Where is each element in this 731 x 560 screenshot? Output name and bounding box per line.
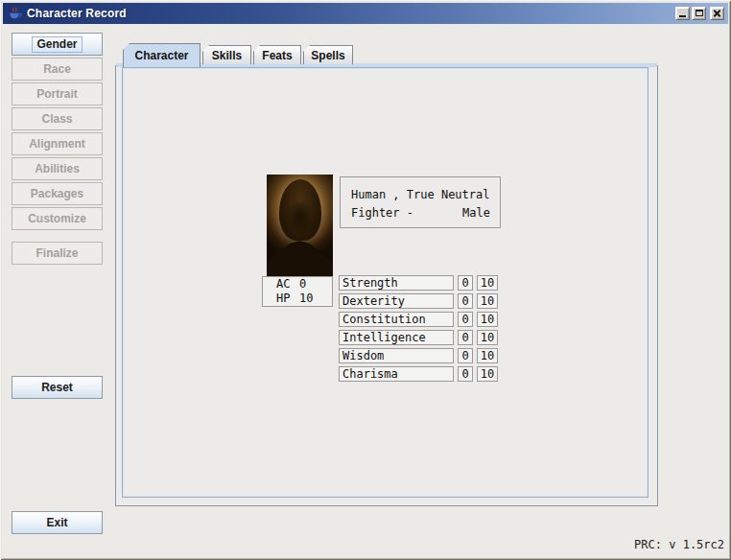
exit-button[interactable]: Exit xyxy=(12,511,103,534)
summary-class: Fighter - xyxy=(351,204,413,222)
minimize-icon xyxy=(679,15,686,17)
sidebar-button-abilities[interactable]: Abilities xyxy=(12,157,103,180)
ability-score-box: 10 xyxy=(477,293,498,309)
ability-name-box: Strength xyxy=(339,275,454,291)
ability-name-box: Charisma xyxy=(339,366,454,382)
sidebar-button-packages[interactable]: Packages xyxy=(12,182,103,205)
maximize-button[interactable] xyxy=(692,7,706,20)
ability-row-strength: Strength 0 10 xyxy=(339,275,498,291)
character-portrait xyxy=(267,175,333,276)
ability-mod-box: 0 xyxy=(458,312,473,327)
window-controls xyxy=(673,7,724,20)
titlebar[interactable]: Character Record xyxy=(3,3,728,24)
summary-race-alignment: Human , True Neutral xyxy=(351,186,490,204)
ability-mod-box: 0 xyxy=(458,348,473,363)
tab-bar: Character Skills Feats Spells xyxy=(123,43,353,67)
ability-name-box: Wisdom xyxy=(339,348,454,363)
java-cup-icon xyxy=(7,6,22,21)
app-window: Character Record Gender Race Portrait Cl… xyxy=(0,0,731,560)
version-label: PRC: v 1.5rc2 xyxy=(634,538,724,551)
hp-row: HP 10 xyxy=(276,292,332,306)
sidebar-button-portrait[interactable]: Portrait xyxy=(12,82,103,105)
hp-label: HP xyxy=(276,292,299,306)
close-button[interactable] xyxy=(710,7,724,20)
reset-button[interactable]: Reset xyxy=(12,376,103,399)
sidebar-button-finalize[interactable]: Finalize xyxy=(12,242,103,265)
ability-name-box: Constitution xyxy=(339,312,454,327)
ability-score-box: 10 xyxy=(477,348,498,363)
ability-score-box: 10 xyxy=(477,275,498,291)
ac-label: AC xyxy=(276,277,299,292)
ability-score-box: 10 xyxy=(477,330,498,345)
sidebar-button-alignment[interactable]: Alignment xyxy=(12,132,103,155)
sidebar-button-customize[interactable]: Customize xyxy=(12,207,103,230)
ability-mod-box: 0 xyxy=(458,330,473,345)
ability-mod-box: 0 xyxy=(458,275,473,291)
tab-feats[interactable]: Feats xyxy=(253,45,301,64)
ability-row-intelligence: Intelligence 0 10 xyxy=(339,330,498,345)
ability-row-constitution: Constitution 0 10 xyxy=(339,312,498,327)
character-summary-box: Human , True Neutral Fighter - Male xyxy=(340,176,501,228)
ability-row-wisdom: Wisdom 0 10 xyxy=(339,348,498,363)
ability-table: Strength 0 10 Dexterity 0 10 Constitutio… xyxy=(339,275,498,382)
maximize-icon xyxy=(696,10,703,16)
ability-score-box: 10 xyxy=(477,366,498,382)
ability-name-box: Intelligence xyxy=(339,330,454,345)
ability-row-dexterity: Dexterity 0 10 xyxy=(339,293,498,309)
ac-row: AC 0 xyxy=(276,277,332,292)
tab-spells[interactable]: Spells xyxy=(303,45,353,64)
ac-hp-box: AC 0 HP 10 xyxy=(262,276,333,307)
sidebar-button-gender[interactable]: Gender xyxy=(12,33,103,56)
ac-value: 0 xyxy=(299,277,306,292)
ability-mod-box: 0 xyxy=(458,293,473,309)
ability-row-charisma: Charisma 0 10 xyxy=(339,366,498,382)
tab-skills[interactable]: Skills xyxy=(202,45,251,64)
sidebar-button-gender-label: Gender xyxy=(32,36,82,53)
sidebar: Gender Race Portrait Class Alignment Abi… xyxy=(12,33,103,265)
sidebar-button-race[interactable]: Race xyxy=(12,58,103,81)
ability-name-box: Dexterity xyxy=(339,293,454,309)
tab-character[interactable]: Character xyxy=(123,43,200,67)
ability-score-box: 10 xyxy=(477,312,498,327)
ability-mod-box: 0 xyxy=(458,366,473,382)
hp-value: 10 xyxy=(299,292,313,306)
summary-gender: Male xyxy=(462,204,490,222)
sidebar-button-class[interactable]: Class xyxy=(12,107,103,130)
window-title: Character Record xyxy=(27,7,127,20)
minimize-button[interactable] xyxy=(675,7,690,20)
